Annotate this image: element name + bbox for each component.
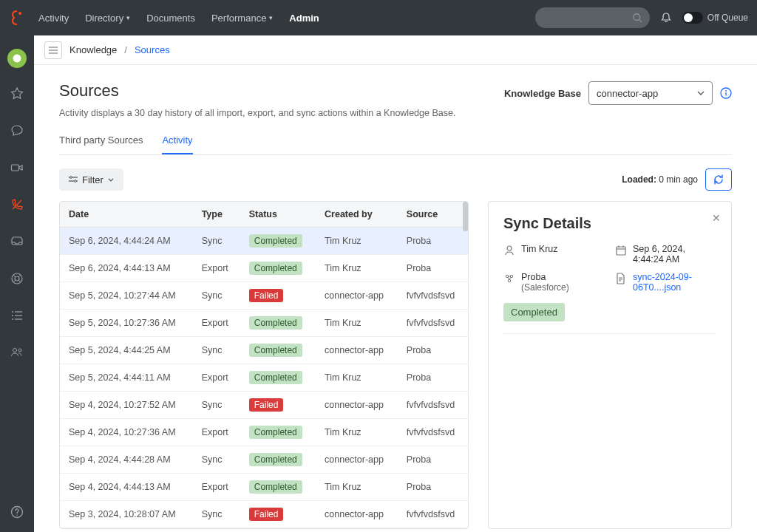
breadcrumb-current[interactable]: Sources — [135, 44, 170, 55]
sidebar-toggle-button[interactable] — [44, 41, 62, 59]
table-cell: Sep 6, 2024, 4:44:13 AM — [60, 255, 193, 282]
table-row[interactable]: Sep 4, 2024, 4:44:28 AMSyncCompletedconn… — [60, 446, 468, 474]
chat-icon[interactable] — [9, 123, 25, 139]
status-badge: Completed — [249, 371, 302, 384]
knowledge-base-select[interactable]: connector-app — [588, 81, 713, 105]
global-search-input[interactable] — [535, 7, 650, 28]
table-cell: Sync — [193, 282, 240, 310]
list-icon[interactable] — [9, 307, 25, 324]
table-cell: connector-app — [316, 446, 398, 474]
table-row[interactable]: Sep 6, 2024, 4:44:13 AMExportCompletedTi… — [60, 255, 468, 282]
topnav: ActivityDirectory▾DocumentsPerformance▾A… — [38, 0, 319, 35]
topnav-item-activity[interactable]: Activity — [38, 0, 69, 35]
toggle-switch[interactable] — [682, 12, 703, 24]
table-cell: Failed — [240, 282, 316, 310]
status-badge: Completed — [249, 262, 302, 275]
table-row[interactable]: Sep 4, 2024, 10:27:52 AMSyncFailedconnec… — [60, 392, 468, 419]
column-header[interactable]: Type — [193, 202, 240, 228]
table-cell: fvfvfvdsfsvd — [398, 392, 468, 419]
link-icon — [503, 273, 515, 284]
topnav-item-directory[interactable]: Directory▾ — [85, 0, 130, 35]
queue-toggle[interactable]: Off Queue — [682, 12, 748, 24]
table-cell: fvfvfvdsfsvd — [398, 419, 468, 446]
table-row[interactable]: Sep 3, 2024, 10:28:07 AMSyncFailedconnec… — [60, 501, 468, 528]
top-navbar: ActivityDirectory▾DocumentsPerformance▾A… — [0, 0, 757, 35]
brand-logo-icon[interactable] — [9, 10, 25, 26]
help-icon[interactable] — [9, 504, 25, 520]
table-cell: fvfvfvdsfsvd — [398, 501, 468, 528]
status-badge: Completed — [249, 234, 302, 248]
svg-point-18 — [18, 349, 21, 352]
table-cell: Sync — [193, 501, 240, 528]
close-icon[interactable]: ✕ — [712, 212, 721, 224]
tab-third-party-sources[interactable]: Third party Sources — [59, 134, 143, 154]
filter-button[interactable]: Filter — [59, 168, 123, 191]
users-icon[interactable] — [9, 344, 25, 361]
table-cell: Sep 3, 2024, 10:28:07 AM — [60, 501, 193, 528]
breadcrumb-root[interactable]: Knowledge — [69, 44, 117, 55]
svg-line-2 — [639, 20, 642, 23]
table-cell: Tim Kruz — [316, 228, 398, 255]
refresh-button[interactable] — [705, 168, 732, 191]
inbox-icon[interactable] — [9, 233, 25, 250]
column-header[interactable]: Date — [60, 202, 193, 228]
table-cell: Export — [193, 474, 240, 501]
chevron-down-icon: ▾ — [126, 14, 130, 21]
table-row[interactable]: Sep 5, 2024, 10:27:36 AMExportCompletedT… — [60, 310, 468, 337]
table-cell: Completed — [240, 228, 316, 255]
table-cell: Sep 4, 2024, 10:27:36 AM — [60, 419, 193, 446]
avatar[interactable] — [7, 49, 27, 68]
table-row[interactable]: Sep 6, 2024, 4:44:24 AMSyncCompletedTim … — [60, 228, 468, 255]
table-cell: Tim Kruz — [316, 364, 398, 392]
table-row[interactable]: Sep 5, 2024, 4:44:11 AMExportCompletedTi… — [60, 364, 468, 392]
table-row[interactable]: Sep 4, 2024, 4:44:13 AMExportCompletedTi… — [60, 474, 468, 501]
table-cell: Completed — [240, 255, 316, 282]
svg-point-13 — [12, 315, 13, 316]
tab-activity[interactable]: Activity — [162, 134, 192, 154]
breadcrumb-separator: / — [124, 44, 127, 55]
table-cell: Completed — [240, 364, 316, 392]
svg-rect-3 — [12, 165, 19, 171]
table-row[interactable]: Sep 5, 2024, 4:44:25 AMSyncCompletedconn… — [60, 337, 468, 364]
svg-point-29 — [75, 180, 77, 183]
svg-line-8 — [18, 275, 21, 277]
table-cell: Sync — [193, 228, 240, 255]
table-row[interactable]: Sep 4, 2024, 10:27:36 AMExportCompletedT… — [60, 419, 468, 446]
left-nav-rail — [0, 35, 34, 532]
column-header[interactable]: Source — [398, 202, 468, 228]
column-header[interactable]: Status — [240, 202, 316, 228]
search-icon — [632, 13, 642, 23]
table-cell: Completed — [240, 337, 316, 364]
page-content: Knowledge / Sources Sources Activity dis… — [34, 35, 757, 532]
table-cell: Sep 5, 2024, 10:27:36 AM — [60, 310, 193, 337]
video-icon[interactable] — [9, 160, 25, 176]
star-icon[interactable] — [9, 86, 25, 102]
table-cell: Sep 6, 2024, 4:44:24 AM — [60, 228, 193, 255]
column-header[interactable]: Created by — [316, 202, 398, 228]
details-file-link[interactable]: sync-2024-09-06T0....json — [633, 272, 716, 293]
lifesaver-icon[interactable] — [9, 270, 25, 287]
phone-off-icon[interactable] — [9, 197, 25, 213]
topnav-item-performance[interactable]: Performance▾ — [211, 0, 273, 35]
topnav-item-admin[interactable]: Admin — [289, 0, 319, 35]
chevron-down-icon — [697, 91, 705, 95]
svg-point-1 — [634, 14, 640, 21]
topnav-item-documents[interactable]: Documents — [146, 0, 195, 35]
table-cell: Export — [193, 419, 240, 446]
kb-label: Knowledge Base — [504, 88, 581, 99]
svg-line-10 — [18, 280, 21, 282]
activity-table: DateTypeStatusCreated bySource Sep 6, 20… — [59, 201, 469, 529]
info-icon[interactable] — [720, 87, 732, 99]
table-cell: Sep 5, 2024, 10:27:44 AM — [60, 282, 193, 310]
table-cell: Completed — [240, 419, 316, 446]
status-badge: Completed — [249, 480, 302, 494]
page-description: Activity displays a 30 day history of al… — [59, 108, 455, 118]
notifications-icon[interactable] — [660, 12, 672, 24]
table-cell: connector-app — [316, 501, 398, 528]
table-cell: connector-app — [316, 392, 398, 419]
table-cell: Completed — [240, 310, 316, 337]
refresh-icon — [713, 174, 724, 185]
file-icon — [615, 273, 627, 284]
calendar-icon — [615, 245, 627, 256]
table-row[interactable]: Sep 5, 2024, 10:27:44 AMSyncFailedconnec… — [60, 282, 468, 310]
